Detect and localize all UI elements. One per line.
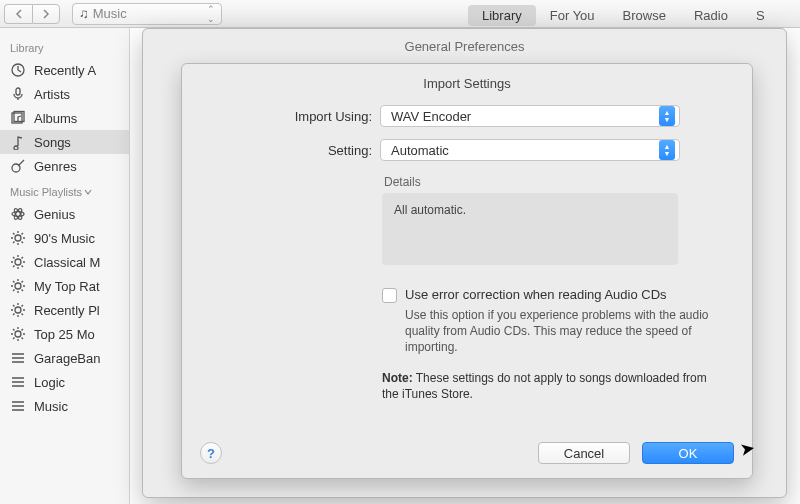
guitar-icon [10,158,26,174]
sidebar-item-label: Songs [34,135,71,150]
tab-library[interactable]: Library [468,5,536,26]
gear-icon [10,254,26,270]
note-icon [10,134,26,150]
sidebar-playlist-genius[interactable]: Genius [0,202,129,226]
setting-label: Setting: [182,143,380,158]
gear-icon [10,326,26,342]
sidebar: Library Recently AArtistsAlbumsSongsGenr… [0,28,130,504]
album-icon [10,110,26,126]
sidebar-item-label: Genres [34,159,77,174]
nav-buttons [4,4,60,24]
list-icon [10,374,26,390]
back-button[interactable] [4,4,32,24]
sidebar-item-label: GarageBan [34,351,101,366]
tab-browse[interactable]: Browse [609,5,680,26]
gear-icon [10,230,26,246]
forward-button[interactable] [32,4,60,24]
sidebar-item-genres[interactable]: Genres [0,154,129,178]
sidebar-playlist-garageban[interactable]: GarageBan [0,346,129,370]
sidebar-playlist-music[interactable]: Music [0,394,129,418]
sidebar-section-playlists[interactable]: Music Playlists [0,178,129,202]
gear-icon [10,278,26,294]
setting-value: Automatic [391,143,449,158]
import-using-value: WAV Encoder [391,109,471,124]
setting-select[interactable]: Automatic ▲▼ [380,139,680,161]
svg-point-8 [15,235,21,241]
dialog-title: Import Settings [182,64,752,99]
note-text: Note: These settings do not apply to son… [382,370,712,402]
updown-icon: ▲▼ [659,140,675,160]
sidebar-playlist-recently-pl[interactable]: Recently Pl [0,298,129,322]
sidebar-item-label: 90's Music [34,231,95,246]
sidebar-item-label: Artists [34,87,70,102]
source-label: Music [93,6,127,21]
music-note-icon: ♫ [79,6,89,21]
sidebar-item-recently-a[interactable]: Recently A [0,58,129,82]
general-preferences-sheet: General Preferences Import Settings Impo… [142,28,787,498]
ok-button[interactable]: OK [642,442,734,464]
tab-store[interactable]: S [742,5,779,26]
updown-icon: ⌃⌄ [207,4,215,24]
list-icon [10,350,26,366]
note-body: These settings do not apply to songs dow… [382,371,707,401]
note-prefix: Note: [382,371,413,385]
sidebar-playlist-classical-m[interactable]: Classical M [0,250,129,274]
sidebar-section-library: Library [0,34,129,58]
mic-icon [10,86,26,102]
tab-radio[interactable]: Radio [680,5,742,26]
details-header: Details [382,173,678,193]
updown-icon: ▲▼ [659,106,675,126]
sidebar-item-label: Logic [34,375,65,390]
tab-for-you[interactable]: For You [536,5,609,26]
sidebar-item-label: Genius [34,207,75,222]
atom-icon [10,206,26,222]
sidebar-item-artists[interactable]: Artists [0,82,129,106]
chevron-down-icon [84,188,92,196]
sidebar-item-label: Recently Pl [34,303,100,318]
svg-point-5 [12,212,24,217]
list-icon [10,398,26,414]
import-using-select[interactable]: WAV Encoder ▲▼ [380,105,680,127]
import-settings-dialog: Import Settings Import Using: WAV Encode… [181,63,753,479]
sidebar-item-songs[interactable]: Songs [0,130,129,154]
source-selector[interactable]: ♫ Music ⌃⌄ [72,3,222,25]
help-button[interactable]: ? [200,442,222,464]
chevron-left-icon [15,9,23,19]
chevron-right-icon [42,9,50,19]
gear-icon [10,302,26,318]
sidebar-item-label: Classical M [34,255,100,270]
error-correction-checkbox[interactable] [382,288,397,303]
main-tabs: Library For You Browse Radio S [468,5,779,26]
svg-point-11 [15,307,21,313]
sidebar-item-albums[interactable]: Albums [0,106,129,130]
import-using-label: Import Using: [182,109,380,124]
cancel-button[interactable]: Cancel [538,442,630,464]
sidebar-section-playlists-label: Music Playlists [10,186,82,198]
sidebar-playlist-90-s-music[interactable]: 90's Music [0,226,129,250]
sidebar-playlist-top-25-mo[interactable]: Top 25 Mo [0,322,129,346]
sidebar-item-label: My Top Rat [34,279,100,294]
error-correction-label: Use error correction when reading Audio … [405,287,667,302]
svg-point-12 [15,331,21,337]
svg-point-10 [15,283,21,289]
sidebar-playlist-my-top-rat[interactable]: My Top Rat [0,274,129,298]
clock-icon [10,62,26,78]
sidebar-playlist-logic[interactable]: Logic [0,370,129,394]
sidebar-item-label: Albums [34,111,77,126]
svg-point-9 [15,259,21,265]
sidebar-item-label: Recently A [34,63,96,78]
svg-rect-1 [16,88,20,95]
sidebar-item-label: Top 25 Mo [34,327,95,342]
sheet-title: General Preferences [143,29,786,54]
details-box: All automatic. [382,193,678,265]
sidebar-item-label: Music [34,399,68,414]
error-correction-description: Use this option if you experience proble… [405,307,717,356]
